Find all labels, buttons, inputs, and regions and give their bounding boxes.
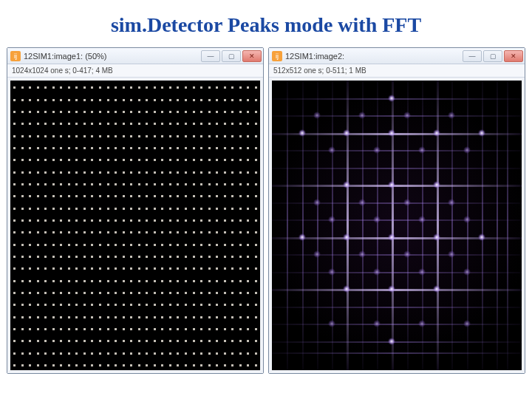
app-icon: ij [10, 51, 21, 61]
peak-dot [161, 171, 163, 174]
window-fft: ij 12SIM1:image2: — ▢ ✕ 512x512 one s; 0… [268, 47, 525, 374]
fft-horizontal-streak [272, 202, 522, 204]
peak-dot [83, 86, 86, 89]
peak-dot [37, 86, 39, 89]
peak-dot [13, 244, 16, 246]
peak-dot [231, 195, 233, 197]
fft-peak-dim [448, 250, 455, 258]
peak-dot [146, 364, 148, 366]
peak-dot [60, 292, 62, 294]
close-button[interactable]: ✕ [504, 50, 523, 62]
peak-dot [68, 111, 70, 113]
peak-dot [107, 99, 109, 101]
peak-dot [29, 280, 31, 282]
fft-peak-dim [418, 268, 426, 276]
close-button[interactable]: ✕ [242, 50, 262, 62]
peak-dot [200, 267, 202, 270]
peak-dot [60, 316, 62, 318]
peak-dot [138, 328, 140, 330]
peak-dot [231, 352, 233, 355]
peak-dot [154, 159, 156, 161]
peak-dot [29, 99, 31, 101]
peak-dot [169, 183, 171, 185]
peak-dot [224, 304, 226, 306]
peak-dot [37, 219, 39, 222]
peak-dot [208, 267, 211, 270]
peak-dot [99, 208, 101, 210]
peak-dot [29, 111, 31, 113]
peak-dot [75, 256, 78, 258]
peak-dot [68, 328, 70, 330]
titlebar-peaks[interactable]: ij 12SIM1:image1: (50%) — ▢ ✕ [7, 48, 263, 64]
peak-dot [169, 159, 171, 161]
peak-dot [208, 280, 211, 282]
peak-dot [123, 135, 125, 137]
fft-peak-dim [463, 320, 471, 327]
peak-dot [255, 99, 257, 101]
peaks-image[interactable] [10, 81, 260, 370]
peak-dot [224, 195, 226, 197]
fft-vertical-streak [497, 81, 498, 370]
peak-dot [75, 231, 78, 233]
peak-dot [224, 123, 226, 125]
fft-vertical-streak [451, 81, 453, 370]
peak-dot [169, 147, 171, 149]
peak-dot [83, 135, 86, 137]
fft-peak-bright [388, 285, 395, 293]
peak-dot [29, 208, 31, 210]
peaks-row [10, 280, 260, 282]
peak-dot [239, 111, 242, 113]
maximize-button[interactable]: ▢ [483, 50, 502, 62]
peak-dot [21, 86, 24, 89]
peak-dot [146, 316, 148, 318]
peak-dot [99, 267, 101, 270]
peak-dot [75, 195, 78, 197]
peak-dot [44, 123, 47, 125]
peak-dot [146, 244, 148, 246]
peak-dot [177, 86, 179, 89]
peak-dot [247, 267, 249, 270]
peak-dot [161, 364, 163, 366]
peak-dot [200, 340, 202, 342]
titlebar-fft[interactable]: ij 12SIM1:image2: — ▢ ✕ [269, 48, 525, 64]
peak-dot [247, 159, 249, 161]
peak-dot [239, 219, 242, 222]
peak-dot [200, 219, 202, 222]
peak-dot [146, 219, 148, 222]
peak-dot [91, 219, 93, 222]
peak-dot [154, 267, 156, 270]
peak-dot [185, 328, 187, 330]
peak-dot [83, 111, 86, 113]
peak-dot [13, 304, 16, 306]
peaks-row [10, 267, 260, 270]
peak-dot [130, 99, 132, 101]
peak-dot [200, 86, 202, 89]
peak-dot [169, 111, 171, 113]
peak-dot [161, 328, 163, 330]
maximize-button[interactable]: ▢ [222, 50, 241, 62]
peak-dot [52, 316, 55, 318]
peak-dot [37, 111, 39, 113]
peak-dot [68, 340, 70, 342]
fft-background [272, 81, 522, 370]
peak-dot [115, 231, 117, 233]
peak-dot [193, 328, 195, 330]
peak-dot [52, 267, 55, 270]
peak-dot [130, 304, 132, 306]
fft-image[interactable] [272, 81, 522, 370]
peak-dot [169, 328, 171, 330]
peak-dot [52, 159, 55, 161]
peaks-row [10, 304, 260, 306]
minimize-button[interactable]: — [463, 50, 482, 62]
peak-dot [239, 99, 242, 101]
image-area-wrap [269, 78, 525, 373]
fft-peak-dim [373, 268, 381, 276]
peak-dot [200, 147, 202, 149]
minimize-button[interactable]: — [201, 50, 220, 62]
peak-dot [185, 99, 187, 101]
peak-dot [255, 195, 257, 197]
peak-dot [177, 364, 179, 366]
peak-dot [208, 364, 211, 366]
image-area-wrap [7, 78, 263, 373]
peak-dot [60, 328, 62, 330]
